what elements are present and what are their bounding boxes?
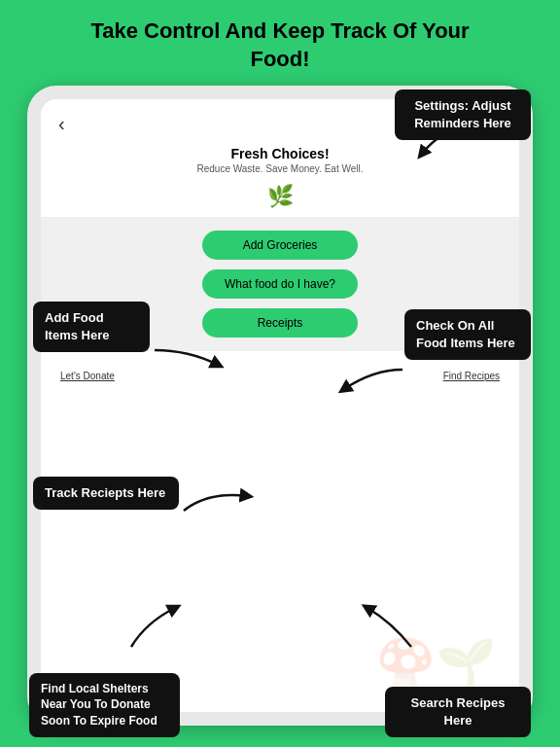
check-food-arrow — [334, 365, 412, 399]
tablet-screen: ‹ ⚙ Fresh Choices! Reduce Waste. Save Mo… — [41, 99, 519, 712]
shelters-arrow — [126, 603, 185, 652]
back-button[interactable]: ‹ — [58, 113, 65, 135]
what-food-button[interactable]: What food do I have? — [202, 269, 358, 299]
leaf-icon: 🌿 — [41, 184, 519, 209]
callout-add-food: Add Food Items Here — [33, 302, 150, 352]
track-arrow — [179, 486, 257, 516]
lets-donate-link[interactable]: Let's Donate — [60, 371, 115, 381]
callout-shelters: Find Local Shelters Near You To Donate S… — [29, 673, 180, 737]
recipes-arrow — [358, 603, 416, 652]
callout-track-receipts: Track Reciepts Here — [33, 477, 179, 510]
callout-settings: Settings: Adjust Reminders Here — [395, 89, 531, 140]
add-food-arrow — [150, 345, 228, 374]
tablet-frame: ‹ ⚙ Fresh Choices! Reduce Waste. Save Mo… — [27, 86, 533, 726]
callout-check-food: Check On All Food Items Here — [404, 309, 531, 360]
receipts-button[interactable]: Receipts — [202, 308, 358, 338]
page-title: Take Control And Keep Track Of Your Food… — [0, 0, 560, 83]
find-recipes-link[interactable]: Find Recipes — [443, 371, 500, 381]
add-groceries-button[interactable]: Add Groceries — [202, 231, 358, 260]
bottom-links: Let's Donate Find Recipes — [41, 371, 519, 381]
callout-search-recipes: Search Recipes Here — [385, 687, 531, 737]
app-subtitle: Reduce Waste. Save Money. Eat Well. — [41, 163, 519, 174]
